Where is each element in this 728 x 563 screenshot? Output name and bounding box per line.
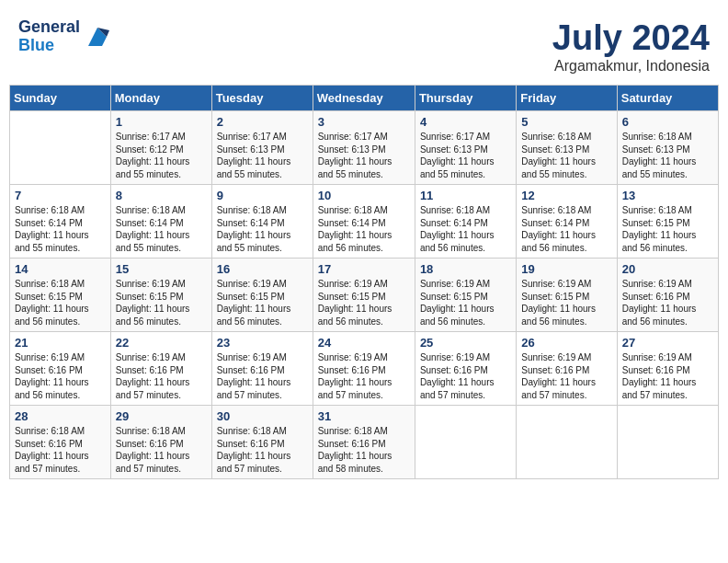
logo-text: GeneralBlue <box>18 18 80 55</box>
day-info: Sunrise: 6:19 AM Sunset: 6:15 PM Dayligh… <box>521 278 611 327</box>
calendar-cell: 29Sunrise: 6:18 AM Sunset: 6:16 PM Dayli… <box>110 406 211 479</box>
day-number: 24 <box>318 336 410 350</box>
day-info: Sunrise: 6:19 AM Sunset: 6:15 PM Dayligh… <box>217 278 308 327</box>
day-info: Sunrise: 6:18 AM Sunset: 6:14 PM Dayligh… <box>217 204 308 254</box>
calendar-cell: 24Sunrise: 6:19 AM Sunset: 6:16 PM Dayli… <box>313 332 415 406</box>
calendar-cell: 28Sunrise: 6:18 AM Sunset: 6:16 PM Dayli… <box>10 406 111 479</box>
calendar-cell: 23Sunrise: 6:19 AM Sunset: 6:16 PM Dayli… <box>211 332 313 406</box>
calendar-cell: 25Sunrise: 6:19 AM Sunset: 6:16 PM Dayli… <box>415 332 516 406</box>
day-info: Sunrise: 6:19 AM Sunset: 6:16 PM Dayligh… <box>116 351 207 401</box>
calendar-table: SundayMondayTuesdayWednesdayThursdayFrid… <box>9 85 719 479</box>
day-info: Sunrise: 6:19 AM Sunset: 6:15 PM Dayligh… <box>116 278 207 327</box>
calendar-cell: 19Sunrise: 6:19 AM Sunset: 6:15 PM Dayli… <box>517 259 617 332</box>
day-info: Sunrise: 6:19 AM Sunset: 6:15 PM Dayligh… <box>420 278 511 327</box>
calendar-cell: 31Sunrise: 6:18 AM Sunset: 6:16 PM Dayli… <box>313 406 415 479</box>
day-number: 7 <box>15 189 106 202</box>
day-info: Sunrise: 6:17 AM Sunset: 6:13 PM Dayligh… <box>318 131 410 180</box>
calendar-cell: 22Sunrise: 6:19 AM Sunset: 6:16 PM Dayli… <box>110 332 211 406</box>
day-info: Sunrise: 6:19 AM Sunset: 6:16 PM Dayligh… <box>521 351 611 401</box>
day-number: 28 <box>15 409 106 423</box>
calendar-cell: 5Sunrise: 6:18 AM Sunset: 6:13 PM Daylig… <box>517 111 617 185</box>
calendar-cell: 17Sunrise: 6:19 AM Sunset: 6:15 PM Dayli… <box>313 259 415 332</box>
calendar-cell: 6Sunrise: 6:18 AM Sunset: 6:13 PM Daylig… <box>617 111 718 185</box>
day-number: 9 <box>217 189 308 202</box>
day-info: Sunrise: 6:18 AM Sunset: 6:15 PM Dayligh… <box>15 278 106 327</box>
calendar-week-row: 7Sunrise: 6:18 AM Sunset: 6:14 PM Daylig… <box>10 185 719 259</box>
day-info: Sunrise: 6:18 AM Sunset: 6:16 PM Dayligh… <box>15 425 106 475</box>
calendar-cell: 13Sunrise: 6:18 AM Sunset: 6:15 PM Dayli… <box>617 185 718 259</box>
day-info: Sunrise: 6:18 AM Sunset: 6:16 PM Dayligh… <box>116 425 207 475</box>
calendar-cell: 12Sunrise: 6:18 AM Sunset: 6:14 PM Dayli… <box>517 185 617 259</box>
day-info: Sunrise: 6:18 AM Sunset: 6:16 PM Dayligh… <box>318 425 410 475</box>
day-info: Sunrise: 6:19 AM Sunset: 6:16 PM Dayligh… <box>622 278 713 327</box>
calendar-cell: 30Sunrise: 6:18 AM Sunset: 6:16 PM Dayli… <box>211 406 313 479</box>
calendar-cell: 14Sunrise: 6:18 AM Sunset: 6:15 PM Dayli… <box>10 259 111 332</box>
day-number: 6 <box>622 115 713 129</box>
title-block: July 2024 Argamakmur, Indonesia <box>552 18 710 75</box>
day-info: Sunrise: 6:19 AM Sunset: 6:16 PM Dayligh… <box>15 351 106 401</box>
day-info: Sunrise: 6:18 AM Sunset: 6:14 PM Dayligh… <box>15 204 106 254</box>
day-number: 1 <box>116 115 207 129</box>
day-number: 25 <box>420 336 511 350</box>
day-info: Sunrise: 6:18 AM Sunset: 6:13 PM Dayligh… <box>622 131 713 180</box>
day-info: Sunrise: 6:19 AM Sunset: 6:16 PM Dayligh… <box>217 351 308 401</box>
calendar-cell: 7Sunrise: 6:18 AM Sunset: 6:14 PM Daylig… <box>10 185 111 259</box>
day-number: 5 <box>521 115 611 129</box>
day-number: 15 <box>116 262 207 276</box>
day-number: 10 <box>318 189 410 202</box>
day-info: Sunrise: 6:18 AM Sunset: 6:16 PM Dayligh… <box>217 425 308 475</box>
day-info: Sunrise: 6:18 AM Sunset: 6:14 PM Dayligh… <box>420 204 511 254</box>
weekday-header-tuesday: Tuesday <box>211 86 313 111</box>
calendar-cell <box>517 406 617 479</box>
calendar-cell: 4Sunrise: 6:17 AM Sunset: 6:13 PM Daylig… <box>415 111 516 185</box>
calendar-cell: 15Sunrise: 6:19 AM Sunset: 6:15 PM Dayli… <box>110 259 211 332</box>
day-number: 3 <box>318 115 410 129</box>
day-number: 27 <box>622 336 713 350</box>
month-year-title: July 2024 <box>552 18 710 58</box>
day-number: 4 <box>420 115 511 129</box>
day-number: 2 <box>217 115 308 129</box>
day-info: Sunrise: 6:19 AM Sunset: 6:16 PM Dayligh… <box>622 351 713 401</box>
page-header: GeneralBlue July 2024 Argamakmur, Indone… <box>9 9 719 79</box>
calendar-cell: 3Sunrise: 6:17 AM Sunset: 6:13 PM Daylig… <box>313 111 415 185</box>
day-info: Sunrise: 6:19 AM Sunset: 6:16 PM Dayligh… <box>318 351 410 401</box>
day-number: 8 <box>116 189 207 202</box>
calendar-cell: 1Sunrise: 6:17 AM Sunset: 6:12 PM Daylig… <box>110 111 211 185</box>
day-info: Sunrise: 6:18 AM Sunset: 6:15 PM Dayligh… <box>622 204 713 254</box>
calendar-cell: 18Sunrise: 6:19 AM Sunset: 6:15 PM Dayli… <box>415 259 516 332</box>
weekday-header-sunday: Sunday <box>10 86 111 111</box>
day-number: 13 <box>622 189 713 202</box>
day-info: Sunrise: 6:17 AM Sunset: 6:12 PM Dayligh… <box>116 131 207 180</box>
day-number: 17 <box>318 262 410 276</box>
logo: GeneralBlue <box>18 18 111 55</box>
calendar-cell: 20Sunrise: 6:19 AM Sunset: 6:16 PM Dayli… <box>617 259 718 332</box>
logo-icon <box>84 23 111 51</box>
calendar-week-row: 14Sunrise: 6:18 AM Sunset: 6:15 PM Dayli… <box>10 259 719 332</box>
day-number: 23 <box>217 336 308 350</box>
weekday-header-row: SundayMondayTuesdayWednesdayThursdayFrid… <box>10 86 719 111</box>
calendar-cell: 26Sunrise: 6:19 AM Sunset: 6:16 PM Dayli… <box>517 332 617 406</box>
calendar-cell: 9Sunrise: 6:18 AM Sunset: 6:14 PM Daylig… <box>211 185 313 259</box>
day-number: 26 <box>521 336 611 350</box>
day-info: Sunrise: 6:18 AM Sunset: 6:13 PM Dayligh… <box>521 131 611 180</box>
day-number: 22 <box>116 336 207 350</box>
day-info: Sunrise: 6:18 AM Sunset: 6:14 PM Dayligh… <box>116 204 207 254</box>
day-number: 14 <box>15 262 106 276</box>
day-number: 12 <box>521 189 611 202</box>
calendar-week-row: 21Sunrise: 6:19 AM Sunset: 6:16 PM Dayli… <box>10 332 719 406</box>
calendar-cell <box>617 406 718 479</box>
calendar-cell <box>415 406 516 479</box>
calendar-cell: 27Sunrise: 6:19 AM Sunset: 6:16 PM Dayli… <box>617 332 718 406</box>
day-info: Sunrise: 6:18 AM Sunset: 6:14 PM Dayligh… <box>318 204 410 254</box>
weekday-header-thursday: Thursday <box>415 86 516 111</box>
weekday-header-wednesday: Wednesday <box>313 86 415 111</box>
day-number: 19 <box>521 262 611 276</box>
calendar-week-row: 28Sunrise: 6:18 AM Sunset: 6:16 PM Dayli… <box>10 406 719 479</box>
day-info: Sunrise: 6:17 AM Sunset: 6:13 PM Dayligh… <box>420 131 511 180</box>
calendar-cell <box>10 111 111 185</box>
calendar-cell: 2Sunrise: 6:17 AM Sunset: 6:13 PM Daylig… <box>211 111 313 185</box>
calendar-cell: 8Sunrise: 6:18 AM Sunset: 6:14 PM Daylig… <box>110 185 211 259</box>
day-number: 11 <box>420 189 511 202</box>
day-info: Sunrise: 6:19 AM Sunset: 6:16 PM Dayligh… <box>420 351 511 401</box>
day-info: Sunrise: 6:18 AM Sunset: 6:14 PM Dayligh… <box>521 204 611 254</box>
